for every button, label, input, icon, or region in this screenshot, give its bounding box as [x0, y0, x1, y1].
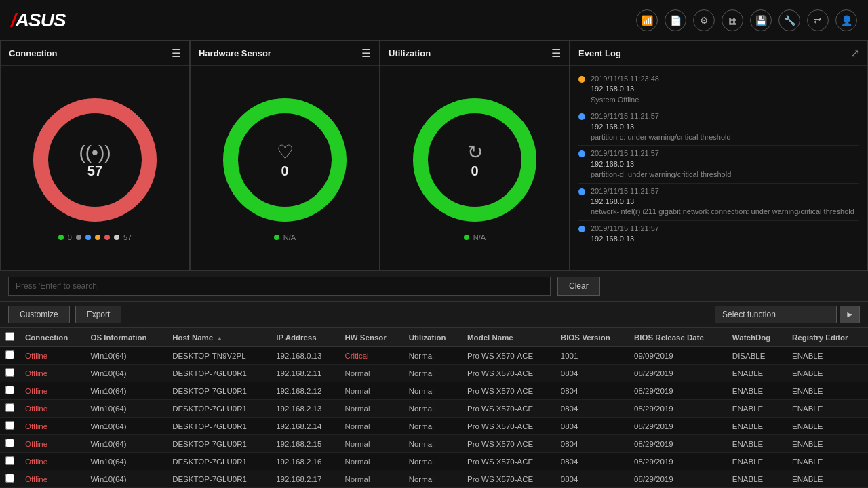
row-checkbox-cell[interactable] [0, 382, 20, 400]
row-checkbox[interactable] [5, 403, 14, 412]
th-os: OS Information [85, 328, 167, 347]
save-icon[interactable]: 💾 [750, 9, 772, 31]
row-bios-ver: 0804 [555, 418, 629, 435]
th-host[interactable]: Host Name ▲ [167, 328, 271, 347]
event-log-expand-icon[interactable]: ⤢ [850, 47, 859, 60]
clear-button[interactable]: Clear [557, 277, 600, 296]
row-checkbox[interactable] [5, 368, 14, 377]
hw-sensor-donut-center: ♡ 0 [277, 141, 294, 179]
row-bios-date: 08/29/2019 [629, 382, 727, 400]
row-registry: ENABLE [787, 435, 868, 453]
user-icon[interactable]: 👤 [835, 9, 857, 31]
connection-panel-icon[interactable]: ☰ [172, 47, 181, 60]
table-row[interactable]: Offline Win10(64) DESKTOP-7GLU0R1 192.16… [0, 435, 868, 453]
row-checkbox-cell[interactable] [0, 435, 20, 453]
grid-icon[interactable]: ▦ [722, 9, 743, 31]
row-checkbox-cell[interactable] [0, 418, 20, 435]
tune-icon[interactable]: 🔧 [778, 9, 800, 31]
row-checkbox[interactable] [5, 421, 14, 430]
row-checkbox-cell[interactable] [0, 453, 20, 470]
heart-icon: ♡ [277, 141, 294, 163]
event-text: 2019/11/15 11:21:57 192.168.0.13 network… [591, 186, 854, 218]
row-checkbox[interactable] [5, 386, 14, 394]
hw-sensor-panel: Hardware Sensor ☰ ♡ 0 N/A [190, 41, 380, 271]
event-item: 2019/11/15 11:23:48 192.168.0.13 System … [578, 71, 859, 108]
row-model: Pro WS X570-ACE [462, 453, 555, 470]
search-input[interactable] [8, 277, 551, 296]
wifi-icon: ((•)) [79, 142, 111, 163]
row-checkbox[interactable] [5, 474, 14, 483]
table-header: Connection OS Information Host Name ▲ IP… [0, 328, 868, 347]
utilization-panel-header: Utilization ☰ [380, 41, 569, 66]
document-icon[interactable]: 📄 [665, 9, 686, 31]
select-function-dropdown[interactable]: Select function [715, 306, 837, 323]
row-bios-ver: 1001 [555, 347, 629, 365]
utilization-panel-icon[interactable]: ☰ [551, 47, 561, 60]
th-checkbox[interactable] [0, 328, 20, 347]
hw-legend-dot [274, 235, 279, 240]
export-button[interactable]: Export [75, 306, 122, 323]
row-checkbox[interactable] [5, 350, 14, 359]
event-time: 2019/11/15 11:21:57 [591, 111, 731, 121]
row-checkbox[interactable] [5, 439, 14, 447]
device-table: Connection OS Information Host Name ▲ IP… [0, 328, 868, 488]
connection-legend: 0 57 [58, 233, 132, 241]
event-dot [578, 76, 585, 83]
row-ip: 192.168.2.11 [271, 365, 339, 382]
table-row[interactable]: Offline Win10(64) DESKTOP-7GLU0R1 192.16… [0, 453, 868, 470]
row-hw: Normal [339, 470, 403, 488]
event-text: 2019/11/15 11:21:57 192.168.0.13 partiti… [591, 148, 731, 180]
table-row[interactable]: Offline Win10(64) DESKTOP-TN9V2PL 192.16… [0, 347, 868, 365]
table-row[interactable]: Offline Win10(64) DESKTOP-7GLU0R1 192.16… [0, 470, 868, 488]
select-function-arrow[interactable]: ► [840, 306, 860, 323]
event-item: 2019/11/15 11:21:57 192.168.0.13 partiti… [578, 108, 859, 146]
row-util: Normal [403, 382, 462, 400]
row-util: Normal [403, 365, 462, 382]
event-item: 2019/11/15 11:21:57 192.168.0.13 [578, 221, 859, 248]
row-connection: Offline [20, 365, 85, 382]
legend-dot-red [104, 235, 110, 240]
event-ip: 192.168.0.13 [591, 197, 854, 207]
th-util: Utilization [403, 328, 462, 347]
event-time: 2019/11/15 11:21:57 [591, 224, 659, 234]
settings-icon[interactable]: ⚙ [693, 9, 715, 31]
row-connection: Offline [20, 453, 85, 470]
table-row[interactable]: Offline Win10(64) DESKTOP-7GLU0R1 192.16… [0, 382, 868, 400]
event-time: 2019/11/15 11:21:57 [591, 148, 731, 159]
row-hw: Normal [339, 400, 403, 418]
table-row[interactable]: Offline Win10(64) DESKTOP-7GLU0R1 192.16… [0, 400, 868, 418]
table-container[interactable]: Connection OS Information Host Name ▲ IP… [0, 328, 868, 488]
row-checkbox-cell[interactable] [0, 400, 20, 418]
utilization-icon: ↻ [467, 141, 483, 163]
row-bios-ver: 0804 [555, 453, 629, 470]
row-watchdog: ENABLE [727, 365, 787, 382]
hw-sensor-panel-icon[interactable]: ☰ [361, 47, 371, 60]
row-connection: Offline [20, 435, 85, 453]
row-checkbox[interactable] [5, 456, 14, 465]
row-host: DESKTOP-7GLU0R1 [167, 470, 271, 488]
signal-icon[interactable]: 📶 [636, 9, 658, 31]
connection-value: 57 [79, 163, 111, 179]
row-bios-date: 08/29/2019 [629, 470, 727, 488]
switch-icon[interactable]: ⇄ [807, 9, 829, 31]
table-row[interactable]: Offline Win10(64) DESKTOP-7GLU0R1 192.16… [0, 418, 868, 435]
th-hw: HW Sensor [339, 328, 403, 347]
action-right: Select function ► [715, 306, 860, 323]
row-checkbox-cell[interactable] [0, 347, 20, 365]
row-checkbox-cell[interactable] [0, 470, 20, 488]
row-bios-date: 08/29/2019 [629, 400, 727, 418]
util-legend-dot [464, 235, 469, 240]
hw-legend-label: N/A [283, 233, 296, 241]
row-bios-ver: 0804 [555, 365, 629, 382]
row-hw: Normal [339, 435, 403, 453]
select-all-checkbox[interactable] [5, 332, 14, 341]
row-util: Normal [403, 435, 462, 453]
table-row[interactable]: Offline Win10(64) DESKTOP-7GLU0R1 192.16… [0, 365, 868, 382]
customize-button[interactable]: Customize [8, 306, 70, 323]
row-registry: ENABLE [787, 418, 868, 435]
row-checkbox-cell[interactable] [0, 365, 20, 382]
header-icons: 📶 📄 ⚙ ▦ 💾 🔧 ⇄ 👤 [636, 9, 857, 31]
panels-row: Connection ☰ ((•)) 57 0 [0, 41, 868, 271]
utilization-donut-container: ↻ 0 N/A [380, 66, 569, 268]
utilization-panel: Utilization ☰ ↻ 0 N/A [380, 41, 570, 271]
